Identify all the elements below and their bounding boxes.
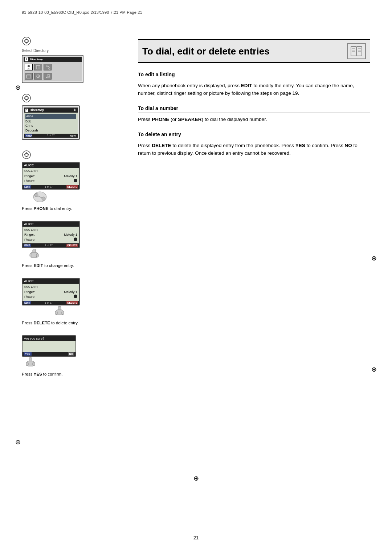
confirm-screen: Are you sure? YES NO [22,335,76,357]
device-block-5: ALICE 555-4321 Ringer: Melody 1 Picture:… [22,278,123,325]
reg-mark-right-top: ⊕ [371,254,377,262]
alice-picture-row-1: Picture: [24,179,77,184]
alice-body-3: 555-4321 Ringer: Melody 1 Picture: [23,284,79,301]
entry-alice: Alice [25,114,76,119]
svg-point-26 [34,193,38,197]
new-btn: NEW [69,134,77,137]
picture-circle-3 [74,295,77,298]
hand-up-icon [29,249,123,262]
menu-icon-book [34,64,42,70]
edit-heading: To edit a listing [138,72,370,79]
alice-footer-1: EDIT 1 of 37 DELETE [23,185,79,189]
svg-point-0 [23,37,30,45]
book-icon [350,46,363,57]
section-delete: To delete an entry Press DELETE to delet… [138,131,370,157]
edit-btn-3: EDIT [24,301,31,304]
dir-sort-icon: ⇕ [73,108,76,112]
alice-number-2: 555-4321 [24,228,77,233]
alice-ringer-row-1: Ringer: Melody 1 [24,174,77,179]
alice-screen-2: ALICE 555-4321 Ringer: Melody 1 Picture:… [22,221,80,248]
reg-mark-left-bottom: ⊕ [15,438,21,446]
alice-footer-2: EDIT 1 of 37 DELETE [23,243,79,247]
ringer-label-1: Ringer: [24,174,35,179]
ringer-val-2: Melody 1 [64,232,77,238]
ringer-val-1: Melody 1 [64,174,77,179]
delete-text: Press DELETE to delete the displayed ent… [138,142,370,157]
entry-deborah: Deborah [25,128,76,133]
svg-marker-24 [28,153,29,157]
dial-text: Press PHONE (or SPEAKER) to dial the dis… [138,116,370,123]
phone-keyword: PHONE [152,117,169,122]
caption-3: Press PHONE to dial entry. [22,206,123,211]
svg-rect-40 [351,46,356,56]
dir-menu-screen: 1 Directory [22,55,83,83]
svg-rect-8 [26,75,31,78]
svg-marker-19 [28,96,29,100]
page-number: 21 [193,535,199,540]
picture-label-3: Picture: [24,295,36,300]
menu-num: 1 [25,57,28,61]
dial-heading: To dial a number [138,105,370,113]
svg-marker-4 [28,39,29,43]
device-block-3: ALICE 555-4321 Ringer: Melody 1 Picture:… [22,150,123,211]
hand-delete-icon [54,306,123,319]
yes-btn: YES [24,352,32,356]
menu-icon-clock [34,73,42,80]
svg-marker-3 [24,39,25,43]
directory-list-screen: 1 Directory ⇕ Alice Bob Chris Deborah FI… [22,105,80,140]
speaker-keyword: SPEAKER [178,117,201,122]
reg-mark-right-bottom: ⊕ [371,365,377,373]
right-column: To dial, edit or delete entries To edit … [138,36,370,165]
alice-screen-1: ALICE 555-4321 Ringer: Melody 1 Picture:… [22,162,80,190]
confirm-header: Are you sure? [23,336,75,341]
caption-5: Press DELETE to delete entry. [22,321,123,325]
phone-handset-icon [33,191,123,204]
dir-title-text: Directory [29,108,44,112]
svg-marker-18 [24,96,25,100]
entry-bob: Bob [25,119,76,124]
dir-list-title: 1 Directory ⇕ [24,108,78,113]
main-title: To dial, edit or delete entries [142,46,341,57]
nav-icon-1 [22,36,31,46]
confirm-body [23,341,75,352]
svg-rect-30 [30,254,32,257]
picture-label-1: Picture: [24,179,36,184]
svg-point-5 [28,65,30,67]
svg-point-20 [23,151,30,159]
alice-ringer-row-3: Ringer: Melody 1 [24,290,77,295]
book-icon-box [347,43,366,59]
svg-rect-38 [26,362,28,366]
page-info-3: 1 of 37 [45,301,52,304]
menu-icon-phone [44,64,52,70]
nav-icon-2 [22,93,31,103]
page-info-2: 1 of 37 [45,244,52,247]
dir-list-body: Alice Bob Chris Deborah [24,113,78,134]
caption-4: Press EDIT to change entry. [22,263,123,268]
svg-point-15 [23,94,30,102]
svg-rect-31 [36,254,38,257]
edit-btn-1: EDIT [24,185,31,189]
nav-icon-3 [22,150,31,159]
menu-bar: 1 Directory [24,57,82,62]
alice-picture-row-3: Picture: [24,295,77,300]
left-column: Select Directory. 1 Directory [22,36,123,386]
alice-footer-3: EDIT 1 of 37 DELETE [23,301,79,305]
edit-bold: EDIT [34,263,43,268]
device-block-6: Are you sure? YES NO Press YES to confir… [22,335,123,376]
menu-icon-calendar [25,73,33,80]
yes-bold: YES [34,372,42,376]
no-keyword: NO [345,143,352,148]
alice-ringer-row-2: Ringer: Melody 1 [24,232,77,238]
picture-circle-2 [74,238,77,241]
svg-rect-39 [33,362,35,366]
alice-picture-row-2: Picture: [24,238,77,243]
menu-icon-person [25,64,33,70]
page-info-1: 1 of 37 [45,186,52,188]
delete-heading: To delete an entry [138,131,370,139]
svg-rect-35 [62,311,64,315]
page-count: 1 of 37 [47,134,54,137]
svg-point-13 [46,77,48,78]
caption-6: Press YES to confirm. [22,372,123,376]
dir-list-footer: FIND 1 of 37 NEW [24,134,78,138]
confirm-footer: YES NO [23,352,75,356]
